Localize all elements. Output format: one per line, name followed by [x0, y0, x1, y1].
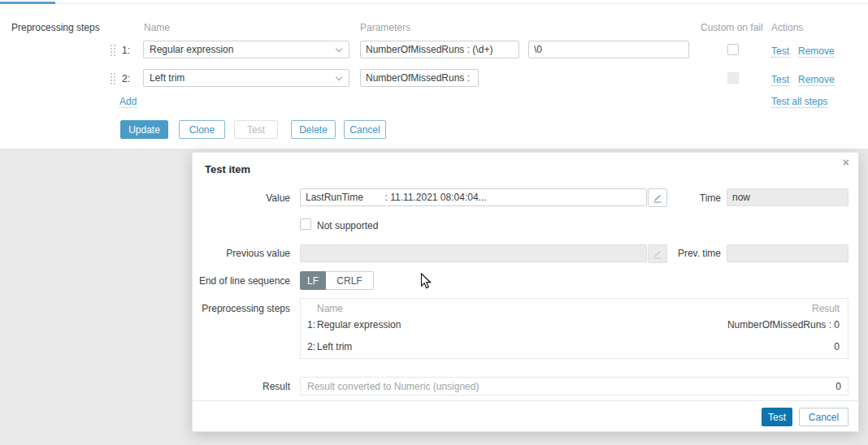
close-icon[interactable]: ×: [843, 157, 849, 168]
clone-button[interactable]: Clone: [179, 120, 225, 139]
previous-value-label: Previous value: [193, 248, 290, 259]
step-name-select[interactable]: Left trim: [143, 69, 349, 87]
test-button-disabled: Test: [234, 120, 278, 139]
step-param1-input[interactable]: [360, 69, 479, 87]
column-header-name: Name: [144, 22, 170, 33]
time-label: Time: [648, 192, 721, 204]
table-header-result: Result: [812, 303, 840, 314]
modal-steps-table: Name Result 1: Regular expression Number…: [300, 298, 848, 359]
row-result: NumberOfMissedRuns : 0: [727, 319, 840, 331]
prev-time-input: [727, 244, 848, 262]
column-header-parameters: Parameters: [360, 22, 410, 33]
drag-handle-icon[interactable]: [110, 44, 117, 56]
eol-segmented-control: LF CRLF: [300, 271, 374, 290]
row-index: 1:: [307, 319, 315, 331]
preprocessing-form: Preprocessing steps Name Parameters Cust…: [0, 0, 868, 149]
step-remove-link[interactable]: Remove: [798, 74, 835, 86]
time-input: [727, 188, 848, 206]
not-supported-checkbox[interactable]: [300, 218, 311, 230]
step-param1-input[interactable]: [360, 41, 519, 58]
step-test-link[interactable]: Test: [771, 74, 789, 86]
row-result: 0: [834, 341, 840, 352]
row-name: Left trim: [317, 341, 352, 352]
result-box: Result converted to Numeric (unsigned) 0: [300, 377, 848, 395]
result-label: Result: [193, 381, 290, 392]
not-supported-label: Not supported: [317, 220, 378, 231]
row-index: 2:: [307, 341, 315, 352]
column-header-actions: Actions: [771, 22, 803, 33]
table-header-name: Name: [317, 303, 343, 314]
test-all-steps-link[interactable]: Test all steps: [771, 96, 827, 108]
custom-on-fail-checkbox[interactable]: [727, 44, 739, 55]
step-name-select[interactable]: Regular expression: [143, 41, 349, 58]
row-name: Regular expression: [317, 319, 401, 331]
step-param2-input[interactable]: [528, 41, 689, 58]
eol-option-lf[interactable]: LF: [300, 271, 326, 290]
eol-label: End of line sequence: [193, 275, 290, 287]
result-value: 0: [835, 381, 848, 392]
update-button[interactable]: Update: [120, 120, 168, 139]
step-index: 2:: [119, 73, 130, 84]
prev-time-label: Prev. time: [648, 248, 721, 259]
value-label: Value: [193, 192, 290, 204]
eol-option-crlf[interactable]: CRLF: [326, 271, 374, 290]
modal-title: Test item: [205, 163, 250, 175]
step-index: 1:: [119, 45, 130, 56]
custom-on-fail-checkbox-disabled: [727, 72, 739, 84]
step-test-link[interactable]: Test: [771, 45, 789, 58]
result-description: Result converted to Numeric (unsigned): [301, 381, 835, 392]
modal-footer-divider: [193, 400, 858, 401]
modal-test-button[interactable]: Test: [762, 408, 792, 426]
column-header-custom-on-fail: Custom on fail: [701, 22, 763, 33]
test-item-modal: Test item × Value Time Not supported Pre…: [192, 152, 859, 432]
step-remove-link[interactable]: Remove: [798, 45, 835, 58]
value-input[interactable]: [300, 188, 647, 206]
modal-cancel-button[interactable]: Cancel: [799, 408, 848, 426]
modal-steps-label: Preprocessing steps: [193, 303, 290, 314]
add-step-link[interactable]: Add: [119, 96, 137, 108]
section-label: Preprocessing steps: [11, 22, 100, 33]
drag-handle-icon[interactable]: [110, 72, 117, 84]
zabbix-item-screen: Preprocessing steps Name Parameters Cust…: [0, 0, 868, 445]
delete-button[interactable]: Delete: [291, 120, 336, 139]
cancel-button[interactable]: Cancel: [344, 120, 386, 139]
previous-value-input: [300, 244, 647, 262]
